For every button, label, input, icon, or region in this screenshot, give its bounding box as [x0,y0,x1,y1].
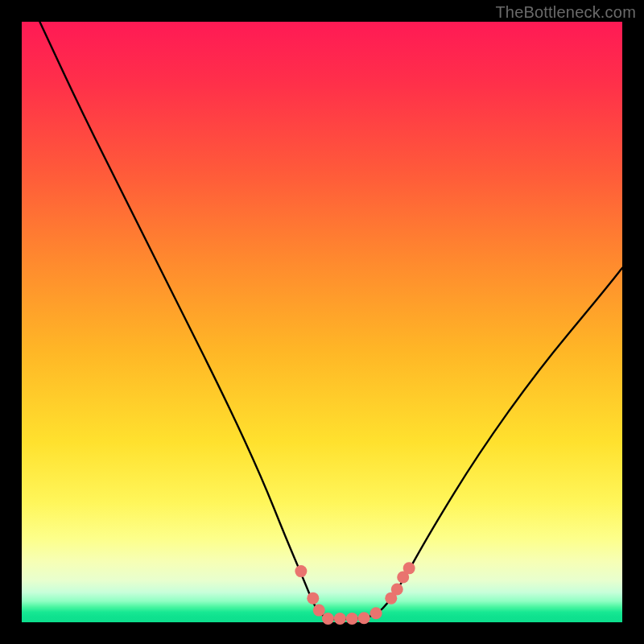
curve-marker [358,612,370,624]
watermark-text: TheBottleneck.com [495,3,636,22]
curve-marker [322,613,334,625]
chart-plot-area [22,22,622,622]
curve-marker [334,613,346,625]
curve-marker [295,565,307,577]
bottleneck-curve-svg [22,22,622,622]
curve-marker [403,562,415,574]
bottleneck-curve [39,22,622,619]
curve-marker [370,607,382,619]
curve-marker [346,613,358,625]
curve-marker [313,605,325,617]
chart-frame: TheBottleneck.com [0,0,644,644]
curve-markers [295,562,415,625]
curve-marker [391,583,403,595]
curve-marker [307,592,319,605]
